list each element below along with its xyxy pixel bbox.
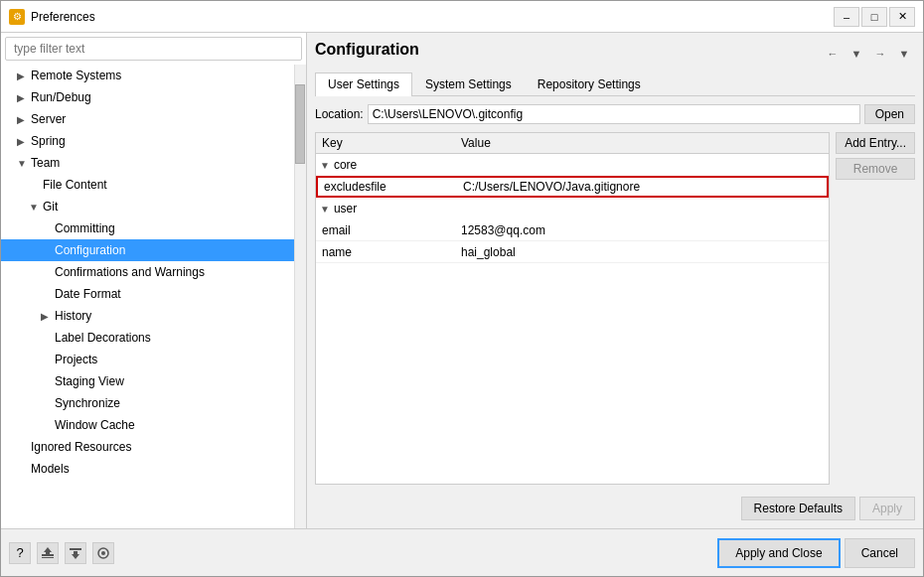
open-button[interactable]: Open <box>864 104 915 124</box>
export-icon[interactable] <box>37 542 59 564</box>
sidebar-item-label: Label Decorations <box>55 331 151 345</box>
sidebar-item-git[interactable]: ▼ Git <box>1 196 294 217</box>
app-icon: ⚙ <box>9 9 25 25</box>
svg-rect-4 <box>70 548 81 549</box>
export-svg-icon <box>41 546 55 560</box>
preferences-window: ⚙ Preferences – □ ✕ ▶ Remote Systems <box>0 0 924 577</box>
sidebar-scrollbar[interactable] <box>294 65 306 528</box>
sidebar-item-spring[interactable]: ▶ Spring <box>1 130 294 152</box>
sidebar: ▶ Remote Systems ▶ Run/Debug ▶ Server <box>1 33 307 528</box>
table-row[interactable]: email 12583@qq.com <box>316 219 829 241</box>
sidebar-item-staging-view[interactable]: Staging View <box>1 370 294 392</box>
title-controls: – □ ✕ <box>834 7 915 27</box>
expand-icon: ▶ <box>17 71 31 81</box>
help-icon[interactable]: ? <box>9 542 31 564</box>
restore-defaults-button[interactable]: Restore Defaults <box>741 497 855 520</box>
expand-icon: ▶ <box>17 136 31 147</box>
sidebar-item-label: Confirmations and Warnings <box>55 265 205 279</box>
sidebar-item-label-decorations[interactable]: Label Decorations <box>1 327 294 349</box>
back-dropdown-button[interactable]: ▼ <box>846 43 867 65</box>
settings-tabs: User Settings System Settings Repository… <box>315 72 915 96</box>
sidebar-item-label: Server <box>31 112 66 126</box>
config-table: Key Value ▼ core excludesfile <box>315 132 830 485</box>
minimize-button[interactable]: – <box>834 7 859 27</box>
sidebar-item-label: Remote Systems <box>31 69 121 82</box>
title-bar: ⚙ Preferences – □ ✕ <box>1 1 923 33</box>
table-row[interactable]: excludesfile C:/Users/LENOVO/Java.gitign… <box>316 176 829 198</box>
close-button[interactable]: ✕ <box>889 7 915 27</box>
forward-dropdown-button[interactable]: ▼ <box>893 43 915 65</box>
sidebar-item-synchronize[interactable]: Synchronize <box>1 392 294 414</box>
row-key: email <box>322 223 461 237</box>
maximize-button[interactable]: □ <box>861 7 887 27</box>
remove-button[interactable]: Remove <box>836 158 915 180</box>
sidebar-item-label: Date Format <box>55 287 121 301</box>
row-key: name <box>322 245 461 259</box>
back-button[interactable]: ← <box>822 43 844 65</box>
sidebar-item-run-debug[interactable]: ▶ Run/Debug <box>1 86 294 108</box>
restore-apply-row: Restore Defaults Apply <box>315 497 915 520</box>
sidebar-item-label: Spring <box>31 134 66 148</box>
bottom-buttons: Apply and Close Cancel <box>717 538 915 568</box>
sidebar-item-date-format[interactable]: Date Format <box>1 283 294 305</box>
sidebar-item-label: Team <box>31 156 60 170</box>
filter-input[interactable] <box>5 37 302 61</box>
section-core[interactable]: ▼ core <box>316 154 829 176</box>
sidebar-item-ignored-resources[interactable]: Ignored Resources <box>1 436 294 458</box>
svg-rect-1 <box>42 557 54 558</box>
tab-repository-settings[interactable]: Repository Settings <box>525 72 654 95</box>
sidebar-item-label: Projects <box>55 353 97 366</box>
sidebar-item-configuration[interactable]: Configuration <box>1 239 294 261</box>
sidebar-item-committing[interactable]: Committing <box>1 217 294 239</box>
sidebar-item-history[interactable]: ▶ History <box>1 305 294 327</box>
sidebar-item-label: Git <box>43 200 58 214</box>
right-panel: Configuration ← ▼ → ▼ User Settings Syst… <box>307 33 923 528</box>
sidebar-item-models[interactable]: Models <box>1 458 294 480</box>
sidebar-item-projects[interactable]: Projects <box>1 349 294 370</box>
sidebar-item-file-content[interactable]: File Content <box>1 174 294 196</box>
location-row: Location: Open <box>315 104 915 124</box>
forward-button[interactable]: → <box>869 43 891 65</box>
sidebar-item-confirmations-warnings[interactable]: Confirmations and Warnings <box>1 261 294 283</box>
settings-icon[interactable] <box>92 542 114 564</box>
add-entry-button[interactable]: Add Entry... <box>836 132 915 154</box>
sidebar-item-label: Window Cache <box>55 418 135 432</box>
sidebar-scroll-container: ▶ Remote Systems ▶ Run/Debug ▶ Server <box>1 65 306 528</box>
window-title: Preferences <box>31 10 95 24</box>
panel-title: Configuration <box>315 41 419 59</box>
location-input[interactable] <box>368 104 860 124</box>
table-body: ▼ core excludesfile C:/Users/LENOVO/Java… <box>316 154 829 484</box>
import-svg-icon <box>69 546 82 560</box>
tab-system-settings[interactable]: System Settings <box>412 72 525 95</box>
apply-close-button[interactable]: Apply and Close <box>717 538 840 568</box>
table-header: Key Value <box>316 133 829 154</box>
sidebar-item-label: Synchronize <box>55 396 120 410</box>
svg-marker-5 <box>72 551 79 559</box>
main-content: ▶ Remote Systems ▶ Run/Debug ▶ Server <box>1 33 923 528</box>
sidebar-item-label: Run/Debug <box>31 90 91 104</box>
expand-icon: ▶ <box>41 311 55 322</box>
expand-icon: ▼ <box>17 158 31 169</box>
apply-button: Apply <box>859 497 915 520</box>
row-value: hai_global <box>461 245 823 259</box>
tree-container: ▶ Remote Systems ▶ Run/Debug ▶ Server <box>1 65 294 528</box>
sidebar-item-window-cache[interactable]: Window Cache <box>1 414 294 436</box>
panel-header: Configuration ← ▼ → ▼ <box>315 41 915 67</box>
section-user[interactable]: ▼ user <box>316 198 829 219</box>
sidebar-item-remote-systems[interactable]: ▶ Remote Systems <box>1 65 294 86</box>
import-icon[interactable] <box>65 542 86 564</box>
scrollbar-thumb <box>295 84 305 164</box>
sidebar-item-label: Configuration <box>55 243 125 257</box>
expand-icon: ▶ <box>17 92 31 103</box>
sidebar-item-team[interactable]: ▼ Team <box>1 152 294 174</box>
cancel-button[interactable]: Cancel <box>845 538 915 568</box>
tab-user-settings[interactable]: User Settings <box>315 72 412 96</box>
sidebar-item-label: Staging View <box>55 374 124 388</box>
sidebar-item-label: History <box>55 309 91 323</box>
title-bar-left: ⚙ Preferences <box>9 9 95 25</box>
row-key: excludesfile <box>324 180 463 194</box>
sidebar-item-label: Committing <box>55 221 115 235</box>
table-with-buttons: Key Value ▼ core excludesfile <box>315 132 915 491</box>
table-row[interactable]: name hai_global <box>316 241 829 263</box>
sidebar-item-server[interactable]: ▶ Server <box>1 108 294 130</box>
